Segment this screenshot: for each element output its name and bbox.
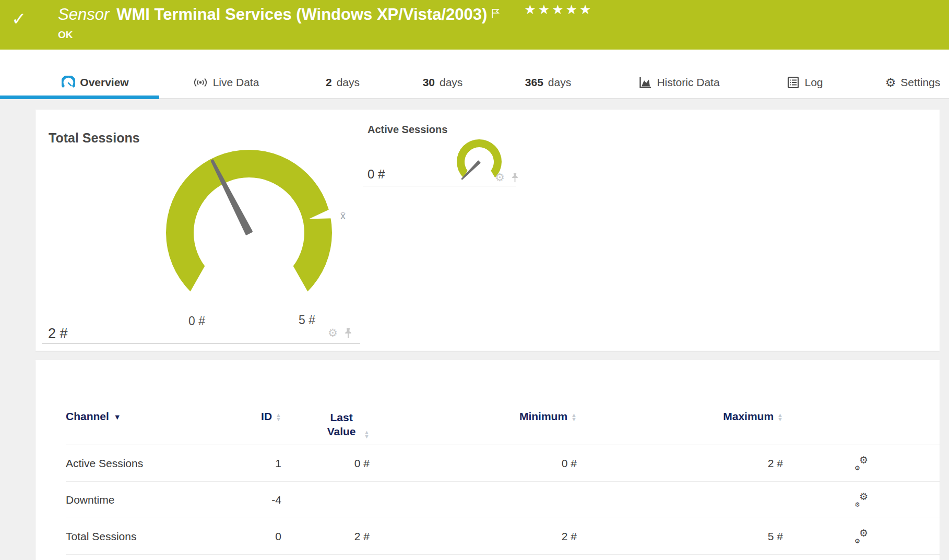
table-row[interactable]: Total Sessions 0 2 # 2 # 5 # ⚙⚙ xyxy=(66,518,940,555)
active-sessions-gauge-title: Active Sessions xyxy=(367,124,447,136)
sensor-header: ✓ SensorWMI Terminal Services (Windows X… xyxy=(0,0,949,50)
gauge-max-label: 5 # xyxy=(299,313,315,327)
tab-30-days[interactable]: 30 days xyxy=(418,74,468,91)
tab-overview[interactable]: Overview xyxy=(31,74,159,91)
sort-icons: ▲▼ xyxy=(364,430,370,438)
channel-settings-icon[interactable]: ⚙⚙ xyxy=(853,492,869,508)
table-header-row: Channel▼ ID▲▼ Last Value▲▼ Minimum▲▼ Max… xyxy=(66,360,940,445)
column-header-last-value[interactable]: Last Value▲▼ xyxy=(323,410,370,438)
channel-last-value: 0 # xyxy=(354,457,370,470)
gauge-min-label: 0 # xyxy=(188,314,205,328)
sort-icons: ▲▼ xyxy=(276,413,281,421)
column-header-maximum[interactable]: Maximum▲▼ xyxy=(723,410,783,423)
sort-icons: ▲▼ xyxy=(571,413,577,421)
sort-icons: ▲▼ xyxy=(777,413,783,421)
channel-name[interactable]: Total Sessions xyxy=(66,530,251,543)
total-sessions-value: 2 # xyxy=(48,326,68,342)
channel-maximum: 5 # xyxy=(768,530,783,543)
flag-icon[interactable] xyxy=(491,4,500,23)
log-icon xyxy=(787,76,800,89)
total-sessions-gauge: x̄ xyxy=(163,146,361,324)
channel-id: 0 xyxy=(275,530,281,543)
status-check-icon: ✓ xyxy=(11,8,27,29)
total-sessions-widget-controls: ⚙ xyxy=(328,327,352,339)
total-sessions-gauge-title: Total Sessions xyxy=(49,130,140,146)
channel-table: Channel▼ ID▲▼ Last Value▲▼ Minimum▲▼ Max… xyxy=(35,360,940,555)
sorted-desc-icon: ▼ xyxy=(114,413,121,421)
column-header-id[interactable]: ID▲▼ xyxy=(261,410,281,423)
column-header-channel[interactable]: Channel▼ xyxy=(66,410,251,423)
tab-bar: Overview Live Data 2 days 30 days 365 da… xyxy=(0,50,949,99)
column-header-minimum[interactable]: Minimum▲▼ xyxy=(519,410,577,423)
status-badge: OK xyxy=(58,29,73,41)
table-row[interactable]: Active Sessions 1 0 # 0 # 2 # ⚙⚙ xyxy=(66,445,940,482)
channel-minimum: 2 # xyxy=(562,530,577,543)
channel-name[interactable]: Active Sessions xyxy=(66,457,251,470)
widget-gear-icon[interactable]: ⚙ xyxy=(328,327,338,339)
tab-settings[interactable]: ⚙ Settings xyxy=(880,74,946,91)
tab-historic-data[interactable]: Historic Data xyxy=(628,74,730,91)
active-sessions-value: 0 # xyxy=(367,167,385,182)
tab-2-days[interactable]: 2 days xyxy=(320,74,365,91)
tab-log[interactable]: Log xyxy=(785,74,825,91)
channel-settings-icon[interactable]: ⚙⚙ xyxy=(853,456,869,471)
object-kind-label: Sensor xyxy=(58,5,109,23)
gauge-icon xyxy=(62,76,75,89)
tab-live-data[interactable]: Live Data xyxy=(188,74,264,91)
channel-last-value: 2 # xyxy=(354,530,370,543)
tab-365-days[interactable]: 365 days xyxy=(519,74,577,91)
historic-data-icon xyxy=(638,76,652,89)
channel-name[interactable]: Downtime xyxy=(66,494,251,506)
table-row[interactable]: Downtime -4 ⚙⚙ xyxy=(66,482,940,518)
channel-id: 1 xyxy=(275,457,281,470)
channel-id: -4 xyxy=(271,494,281,506)
channel-table-panel: Channel▼ ID▲▼ Last Value▲▼ Minimum▲▼ Max… xyxy=(35,360,940,560)
widget-divider xyxy=(363,186,516,186)
pin-icon[interactable] xyxy=(345,328,352,339)
priority-stars[interactable]: ★★★★★ xyxy=(524,2,593,17)
active-sessions-widget-controls: ⚙ xyxy=(495,171,518,184)
settings-gear-icon: ⚙ xyxy=(885,76,896,90)
channel-settings-icon[interactable]: ⚙⚙ xyxy=(853,529,869,544)
pin-icon[interactable] xyxy=(512,173,518,183)
gauge-average-marker: x̄ xyxy=(340,210,346,221)
sensor-title-line: SensorWMI Terminal Services (Windows XP/… xyxy=(58,5,593,24)
widget-divider xyxy=(42,343,360,344)
channel-maximum: 2 # xyxy=(768,457,783,470)
widget-gear-icon[interactable]: ⚙ xyxy=(495,171,505,184)
gauges-panel: Total Sessions x̄ 0 # 5 # 2 # ⚙ Active S… xyxy=(35,110,940,351)
live-data-icon xyxy=(193,76,208,89)
channel-minimum: 0 # xyxy=(562,457,577,470)
page-title: WMI Terminal Services (Windows XP/Vista/… xyxy=(116,5,487,23)
